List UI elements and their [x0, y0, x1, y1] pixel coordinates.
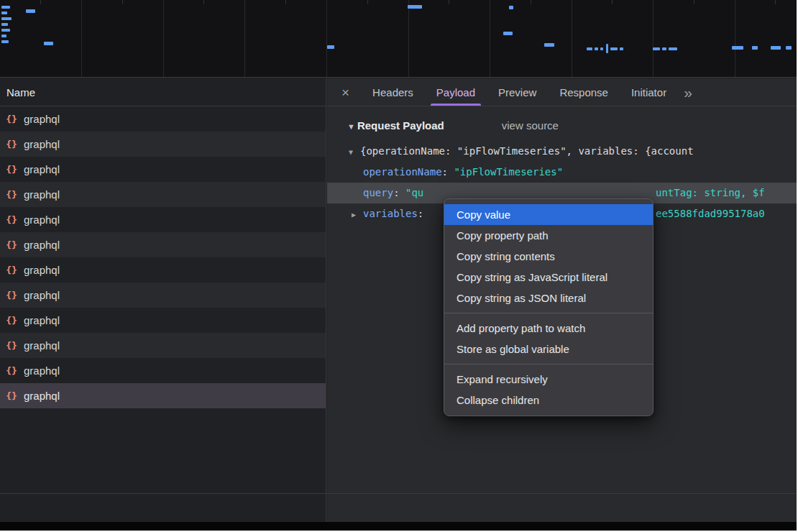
timeline-request-bar — [503, 32, 513, 35]
timeline-request-bar — [606, 44, 608, 53]
network-request-row[interactable]: {}graphql — [0, 132, 326, 157]
devtools-network-panel: Name {}graphql {}graphql {}graphql {}gra… — [0, 0, 797, 531]
timeline-overview[interactable] — [0, 0, 797, 78]
menu-separator — [444, 313, 653, 313]
property-value-string-continued: untTag: string, $f — [656, 183, 765, 203]
menu-item-add-property-path-to-watch[interactable]: Add property path to watch — [444, 318, 653, 339]
timeline-request-bar — [1, 29, 10, 32]
timeline-request-bar — [1, 23, 8, 26]
menu-item-copy-string-json-literal[interactable]: Copy string as JSON literal — [444, 288, 653, 308]
property-key: operationName — [363, 166, 442, 178]
timeline-gridline — [326, 0, 327, 77]
timeline-request-bar — [610, 47, 618, 50]
json-icon: {} — [5, 290, 18, 301]
tree-row-operation-name[interactable]: operationName: "ipFlowTimeseries" — [327, 162, 797, 183]
menu-item-store-as-global-variable[interactable]: Store as global variable — [444, 339, 653, 359]
network-request-row[interactable]: {}graphql — [0, 283, 326, 308]
network-request-row[interactable]: {}graphql — [0, 106, 326, 132]
property-value-string: "qu — [405, 187, 423, 198]
view-source-link[interactable]: view source — [502, 119, 559, 132]
timeline-request-bar — [327, 45, 334, 49]
tab-response[interactable]: Response — [548, 78, 620, 106]
tab-payload[interactable]: Payload — [425, 78, 487, 106]
network-request-row[interactable]: {}graphql — [0, 308, 326, 333]
colon: : — [442, 166, 454, 178]
timeline-gridline — [653, 0, 653, 77]
context-menu: Copy value Copy property path Copy strin… — [444, 198, 653, 416]
colon: : — [393, 187, 405, 198]
detail-tabbar: × Headers Payload Preview Response Initi… — [327, 78, 797, 106]
json-icon: {} — [5, 340, 18, 351]
property-key: query — [363, 187, 393, 198]
network-request-row[interactable]: {}graphql — [0, 182, 326, 207]
tree-row-object-preview[interactable]: ▼{operationName: "ipFlowTimeseries", var… — [327, 141, 797, 162]
timeline-tick — [531, 0, 531, 4]
timeline-gridline — [572, 0, 572, 77]
timeline-request-bar — [1, 6, 10, 9]
status-bar — [0, 522, 797, 531]
timeline-request-bar — [669, 47, 677, 50]
menu-item-copy-value[interactable]: Copy value — [444, 204, 653, 225]
timeline-request-bar — [771, 46, 781, 50]
bottom-divider — [0, 493, 797, 494]
tab-initiator[interactable]: Initiator — [620, 78, 678, 106]
network-request-row-selected[interactable]: {}graphql — [0, 383, 326, 408]
network-request-row[interactable]: {}graphql — [0, 333, 326, 358]
json-icon: {} — [5, 390, 18, 401]
request-payload-title: Request Payload — [357, 119, 444, 132]
request-name: graphql — [24, 163, 60, 175]
more-tabs-icon[interactable]: » — [684, 85, 692, 100]
json-icon: {} — [5, 189, 18, 200]
timeline-tick — [285, 0, 286, 4]
menu-item-copy-string-contents[interactable]: Copy string contents — [444, 246, 653, 267]
request-name: graphql — [24, 138, 60, 150]
expand-triangle-icon[interactable]: ▶ — [352, 204, 363, 224]
timeline-tick — [612, 0, 613, 4]
timeline-gridline — [490, 0, 490, 77]
timeline-request-bar — [600, 47, 603, 50]
property-value-string: "ipFlowTimeseries" — [454, 166, 563, 178]
timeline-tick — [367, 0, 368, 4]
timeline-request-bar — [544, 43, 554, 47]
expand-triangle-icon[interactable]: ▼ — [349, 142, 360, 162]
menu-separator — [444, 364, 653, 364]
timeline-request-bar — [1, 35, 6, 37]
timeline-request-bar — [1, 40, 9, 43]
network-request-row[interactable]: {}graphql — [0, 257, 326, 283]
timeline-tick — [203, 0, 204, 4]
menu-item-collapse-children[interactable]: Collapse children — [444, 390, 653, 411]
close-icon[interactable]: × — [341, 86, 349, 99]
timeline-tick — [40, 0, 41, 4]
request-name: graphql — [24, 339, 60, 352]
timeline-request-bar — [653, 47, 660, 50]
network-request-row[interactable]: {}graphql — [0, 232, 326, 257]
json-icon: {} — [5, 315, 18, 326]
tab-preview[interactable]: Preview — [487, 78, 548, 106]
menu-item-expand-recursively[interactable]: Expand recursively — [444, 369, 653, 390]
request-payload-section: ▼ Request Payload view source — [327, 106, 797, 132]
timeline-gridline — [163, 0, 164, 77]
timeline-request-bar — [752, 46, 758, 50]
timeline-request-bar — [662, 47, 666, 50]
network-request-row[interactable]: {}graphql — [0, 358, 326, 383]
menu-item-copy-property-path[interactable]: Copy property path — [444, 225, 653, 246]
network-request-list: Name {}graphql {}graphql {}graphql {}gra… — [0, 78, 326, 522]
json-icon: {} — [5, 239, 18, 250]
json-icon: {} — [5, 365, 18, 376]
timeline-request-bar — [44, 42, 53, 45]
request-name: graphql — [24, 289, 60, 301]
tab-headers[interactable]: Headers — [361, 78, 425, 106]
name-column-header[interactable]: Name — [0, 78, 326, 106]
menu-item-copy-string-js-literal[interactable]: Copy string as JavaScript literal — [444, 267, 653, 288]
network-request-row[interactable]: {}graphql — [0, 157, 326, 182]
object-preview-text: {operationName: "ipFlowTimeseries", vari… — [360, 145, 694, 157]
timeline-request-bar — [1, 17, 12, 20]
request-rows: {}graphql {}graphql {}graphql {}graphql … — [0, 106, 326, 408]
timeline-request-bar — [595, 47, 598, 50]
collapse-triangle-icon[interactable]: ▼ — [347, 122, 355, 131]
request-name: graphql — [24, 314, 60, 326]
timeline-request-bar — [786, 46, 792, 50]
timeline-request-bar — [509, 6, 513, 9]
timeline-tick — [449, 0, 449, 4]
network-request-row[interactable]: {}graphql — [0, 207, 326, 232]
